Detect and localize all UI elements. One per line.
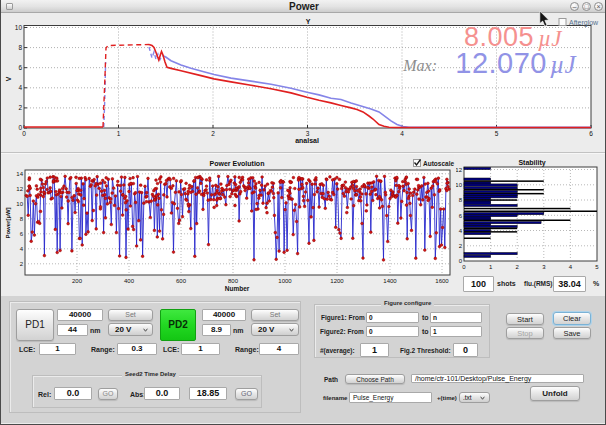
- svg-text:1200: 1200: [330, 278, 344, 284]
- svg-text:2: 2: [211, 130, 215, 137]
- svg-text:5: 5: [495, 130, 499, 137]
- svg-text:1000: 1000: [278, 278, 292, 284]
- svg-text:10: 10: [15, 24, 23, 31]
- svg-text:Power Evolution: Power Evolution: [210, 160, 265, 167]
- svg-text:4: 4: [18, 84, 22, 91]
- svg-text:8: 8: [459, 197, 463, 203]
- svg-text:1: 1: [489, 264, 493, 270]
- svg-text:Autoscale: Autoscale: [423, 160, 454, 167]
- svg-text:6: 6: [20, 231, 24, 237]
- svg-text:Y: Y: [306, 18, 311, 25]
- svg-text:1600: 1600: [435, 278, 449, 284]
- svg-text:5: 5: [595, 264, 599, 270]
- svg-text:10: 10: [16, 201, 23, 207]
- svg-text:0: 0: [22, 130, 26, 137]
- svg-text:4: 4: [400, 130, 404, 137]
- svg-text:800: 800: [228, 278, 239, 284]
- svg-text:analsal: analsal: [295, 137, 319, 144]
- svg-text:4: 4: [20, 246, 24, 252]
- svg-text:200: 200: [72, 278, 83, 284]
- svg-text:0: 0: [462, 264, 466, 270]
- svg-text:10: 10: [456, 182, 463, 188]
- svg-text:4: 4: [459, 228, 463, 234]
- svg-text:12: 12: [456, 167, 463, 173]
- svg-text:4: 4: [569, 264, 573, 270]
- svg-text:2: 2: [18, 104, 22, 111]
- svg-text:14: 14: [16, 171, 23, 177]
- svg-text:2: 2: [459, 243, 463, 249]
- svg-text:6: 6: [459, 213, 463, 219]
- svg-text:600: 600: [176, 278, 187, 284]
- svg-text:12.070: 12.070: [455, 47, 547, 79]
- svg-text:1400: 1400: [383, 278, 397, 284]
- svg-text:8: 8: [18, 44, 22, 51]
- svg-text:V: V: [5, 76, 12, 81]
- svg-text:µJ: µJ: [550, 51, 577, 78]
- svg-text:Power[µW]: Power[µW]: [5, 207, 11, 238]
- svg-text:1: 1: [117, 130, 121, 137]
- svg-text:400: 400: [124, 278, 135, 284]
- svg-text:6: 6: [589, 130, 593, 137]
- svg-text:3: 3: [542, 264, 546, 270]
- svg-text:6: 6: [18, 64, 22, 71]
- svg-text:8: 8: [20, 216, 24, 222]
- svg-text:12: 12: [16, 186, 23, 192]
- svg-text:2: 2: [516, 264, 520, 270]
- svg-text:2: 2: [20, 261, 24, 267]
- svg-text:Max:: Max:: [402, 57, 437, 74]
- svg-text:Stability: Stability: [518, 159, 545, 167]
- svg-text:Afterglow: Afterglow: [569, 19, 599, 27]
- svg-text:Number: Number: [225, 285, 250, 292]
